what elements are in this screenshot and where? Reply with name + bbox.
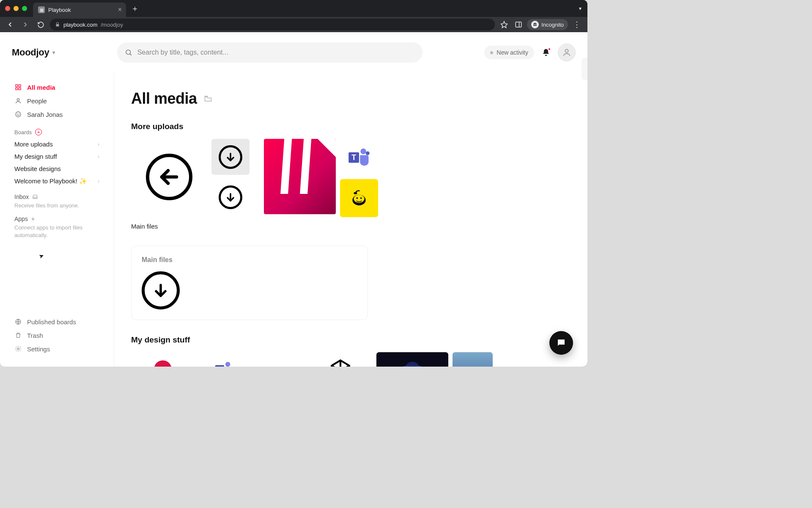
svg-point-26 [357,197,358,199]
trash-icon [14,331,22,339]
main-content: All media More uploads [114,73,587,367]
browser-menu-button[interactable]: ⋮ [571,20,583,29]
incognito-chip[interactable]: Incognito [527,19,568,30]
svg-point-11 [17,99,19,101]
back-button[interactable] [4,19,16,30]
thumbnail-tile: T [199,352,250,367]
board-cluster-logos[interactable]: T [264,139,378,225]
workspace-name: Moodjoy [12,47,49,58]
person-icon [14,97,22,105]
sidebar: All media People Sarah Jonas [0,73,114,367]
thumbnail-tile [211,179,250,215]
sub-board-main-files[interactable]: Main files [131,246,368,320]
bookmark-star-icon[interactable] [498,19,510,30]
right-edge-handle[interactable] [582,58,587,80]
sidebar-item-published[interactable]: Published boards [8,315,105,329]
url-path: /moodjoy [101,22,123,28]
avatar-button[interactable] [558,44,576,61]
tabs-menu-button[interactable]: ▾ [579,6,582,11]
sidebar-item-sarah[interactable]: Sarah Jonas [8,108,105,121]
app-header: Moodjoy ▾ New activity [0,32,587,73]
new-tab-button[interactable]: ＋ [131,3,139,14]
window-close-button[interactable] [5,6,10,11]
svg-rect-10 [19,88,21,90]
add-app-button[interactable]: + [31,215,35,222]
tab-title: Playbook [48,7,71,13]
svg-point-27 [360,197,362,199]
sidebar-item-people[interactable]: People [8,94,105,108]
chevron-right-icon: › [98,154,99,160]
svg-point-12 [16,112,21,117]
thumbnail-tile [376,352,448,367]
arrow-down-circle-icon [219,145,242,169]
sidebar-board-welcome[interactable]: Welcome to Playbook! ✨ › [0,175,114,188]
panel-icon[interactable] [513,19,524,30]
activity-chip[interactable]: New activity [484,46,534,59]
chat-icon [556,338,566,348]
sidebar-item-label: All media [27,84,55,91]
search-input[interactable] [137,49,415,56]
arrow-down-circle-icon [142,271,180,309]
address-bar[interactable]: playbook.com/moodjoy [50,19,495,30]
browser-tab[interactable]: ▦ Playbook × [33,3,126,17]
activity-dot-icon [490,51,493,54]
board-label: More uploads [14,141,53,148]
url-host: playbook.com [63,22,97,28]
boards-section-title: Boards + [0,121,114,138]
tab-favicon: ▦ [38,6,45,13]
sidebar-board-my-design-stuff[interactable]: My design stuff › [0,150,114,163]
svg-point-33 [225,362,230,367]
board-label: Website designs [14,165,61,172]
folder-icon[interactable] [204,94,212,103]
chat-fab-button[interactable] [549,331,573,355]
board-cluster-main-files[interactable]: Main files [131,139,250,230]
sidebar-board-more-uploads[interactable]: More uploads › [0,138,114,150]
sidebar-item-label: People [27,97,47,105]
activity-label: New activity [497,49,528,56]
thumbnail-tile [131,139,207,215]
teams-icon: T [348,146,370,168]
svg-point-22 [361,148,367,154]
svg-point-13 [17,113,18,114]
window-zoom-button[interactable] [22,6,27,11]
reload-button[interactable] [35,19,47,30]
search-bar[interactable] [117,42,422,63]
sidebar-item-trash[interactable]: Trash [8,329,105,342]
window-minimize-button[interactable] [14,6,19,11]
svg-rect-8 [19,85,21,87]
svg-point-2 [533,25,535,26]
svg-rect-28 [354,192,357,194]
arrow-left-circle-icon [146,154,192,200]
browser-tabstrip: ▦ Playbook × ＋ ▾ [0,0,587,17]
inbox-section: Inbox Receive files from anyone. [0,188,114,210]
svg-text:T: T [352,153,357,161]
svg-text:T: T [218,366,222,367]
board-cluster-design[interactable]: T [131,352,571,367]
cluster-label: Main files [131,223,250,230]
chevron-right-icon: › [98,141,99,147]
svg-point-4 [126,50,131,55]
add-board-button[interactable]: + [35,129,42,135]
mailchimp-icon [348,188,370,209]
notifications-button[interactable] [542,48,550,57]
svg-point-30 [154,360,172,367]
grid-icon [14,83,22,91]
thumbnail-tile: T [340,139,378,175]
sidebar-item-settings[interactable]: Settings [8,342,105,356]
sidebar-item-label: Settings [27,345,50,353]
page-title: All media [131,90,197,108]
gear-icon [14,345,22,353]
inbox-icon[interactable] [32,194,38,200]
workspace-switcher[interactable]: Moodjoy ▾ [12,47,55,58]
thumbnail-tile [340,179,378,217]
sidebar-item-all-media[interactable]: All media [8,80,105,94]
thumbnail-tile [453,352,493,367]
sidebar-board-website-designs[interactable]: Website designs [0,163,114,175]
apps-section: Apps + Connect apps to import files auto… [0,210,114,239]
tab-close-button[interactable]: × [118,6,122,14]
section-title-my-design-stuff: My design stuff [131,335,571,345]
svg-rect-0 [516,22,521,27]
smile-icon [14,110,22,118]
forward-button[interactable] [19,19,31,30]
svg-rect-9 [16,88,18,90]
